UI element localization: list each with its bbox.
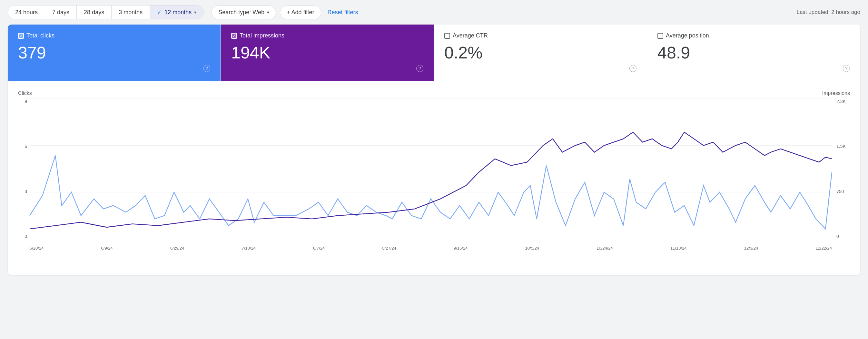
x-label-11: 12/22/24 — [815, 246, 832, 251]
x-label-2: 6/29/24 — [170, 246, 184, 251]
x-label-3: 7/18/24 — [242, 246, 256, 251]
filter-24h[interactable]: 24 hours — [8, 5, 45, 19]
impressions-label: Total impressions — [240, 32, 284, 39]
impressions-value: 194K — [231, 43, 423, 62]
y-right-1.5k: 1.5K — [836, 144, 846, 149]
x-label-0: 5/20/24 — [30, 246, 43, 251]
clicks-help-icon[interactable]: ? — [203, 65, 210, 72]
add-filter-button[interactable]: + Add filter — [280, 5, 321, 19]
y-left-6: 6 — [25, 144, 27, 149]
chevron-down-icon: ▾ — [267, 10, 269, 15]
filter-12m[interactable]: ✓ 12 months ▾ — [150, 5, 204, 19]
position-label: Average position — [666, 32, 709, 39]
x-label-10: 12/3/24 — [744, 246, 758, 251]
search-type-filter[interactable]: Search type: Web ▾ — [212, 5, 276, 19]
metric-avg-position[interactable]: Average position 48.9 ? — [647, 25, 860, 81]
metric-avg-ctr[interactable]: Average CTR 0.2% ? — [434, 25, 647, 81]
position-checkbox[interactable] — [657, 33, 663, 39]
y-axis-right-title: Impressions — [822, 90, 850, 96]
metrics-chart-card: ✓ Total clicks 379 ? ✓ Total impressions… — [8, 25, 860, 275]
x-label-6: 9/15/24 — [454, 246, 468, 251]
toolbar: 24 hours 7 days 28 days 3 months ✓ 12 mo… — [0, 0, 868, 25]
ctr-label: Average CTR — [453, 32, 488, 39]
ctr-value: 0.2% — [444, 43, 637, 62]
metric-total-impressions[interactable]: ✓ Total impressions 194K ? — [221, 25, 434, 81]
impressions-checkbox[interactable]: ✓ — [231, 33, 237, 39]
x-label-4: 8/7/24 — [313, 246, 325, 251]
x-label-5: 8/27/24 — [382, 246, 396, 251]
ctr-checkbox[interactable] — [444, 33, 450, 39]
y-left-0: 0 — [25, 234, 27, 239]
main-container: 24 hours 7 days 28 days 3 months ✓ 12 mo… — [0, 0, 868, 280]
chart-svg-container — [30, 99, 832, 239]
y-left-9: 9 — [25, 99, 27, 104]
y-left-3: 3 — [25, 189, 27, 194]
chevron-down-icon: ▾ — [194, 10, 196, 15]
filter-3m[interactable]: 3 months — [112, 5, 150, 19]
x-axis-labels: 5/20/24 6/9/24 6/29/24 7/18/24 8/7/24 8/… — [30, 246, 832, 251]
y-right-2.3k: 2.3K — [836, 99, 846, 104]
clicks-checkbox[interactable]: ✓ — [18, 33, 24, 39]
x-label-8: 10/24/24 — [596, 246, 613, 251]
reset-filters-button[interactable]: Reset filters — [325, 6, 361, 19]
y-right-0: 0 — [836, 234, 839, 239]
filter-28d[interactable]: 28 days — [77, 5, 112, 19]
last-updated-label: Last updated: 2 hours ago — [797, 9, 860, 16]
metric-total-clicks[interactable]: ✓ Total clicks 379 ? — [8, 25, 221, 81]
clicks-label: Total clicks — [26, 32, 55, 39]
chart-svg — [30, 99, 832, 239]
check-icon: ✓ — [157, 9, 162, 16]
impressions-help-icon[interactable]: ? — [416, 65, 423, 72]
ctr-help-icon[interactable]: ? — [629, 65, 637, 72]
x-label-9: 11/13/24 — [670, 246, 687, 251]
chart-wrapper: 9 6 3 0 2.3K 1.5K 750 0 — [18, 99, 850, 251]
metrics-row: ✓ Total clicks 379 ? ✓ Total impressions… — [8, 25, 860, 81]
chart-area: Clicks Impressions 9 6 3 0 2.3K 1.5K 750… — [8, 81, 860, 275]
filter-group: Search type: Web ▾ + Add filter Reset fi… — [212, 5, 361, 19]
x-label-1: 6/9/24 — [101, 246, 113, 251]
y-axis-left-title: Clicks — [18, 90, 32, 96]
y-right-750: 750 — [836, 189, 844, 194]
time-filter-group: 24 hours 7 days 28 days 3 months ✓ 12 mo… — [8, 5, 204, 19]
clicks-value: 379 — [18, 43, 210, 62]
filter-7d[interactable]: 7 days — [45, 5, 77, 19]
x-label-7: 10/5/24 — [525, 246, 539, 251]
position-value: 48.9 — [657, 43, 850, 62]
position-help-icon[interactable]: ? — [843, 65, 850, 72]
